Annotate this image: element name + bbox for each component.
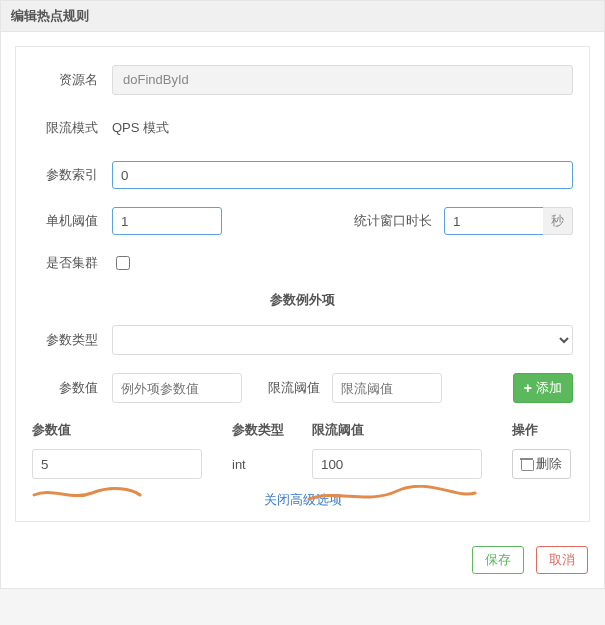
param-value-input[interactable]	[112, 373, 242, 403]
exceptions-table-header: 参数值 参数类型 限流阈值 操作	[32, 421, 573, 439]
col-header-type: 参数类型	[232, 421, 312, 439]
row-param-type: 参数类型	[32, 325, 573, 355]
delete-row-button[interactable]: 删除	[512, 449, 571, 479]
edit-hotspot-rule-modal: 编辑热点规则 资源名 doFindById 限流模式 QPS 模式 参数索引 单…	[0, 0, 605, 589]
row-param-index: 参数索引	[32, 161, 573, 189]
window-unit: 秒	[543, 207, 573, 235]
resource-name-field: doFindById	[112, 65, 573, 95]
save-button[interactable]: 保存	[472, 546, 524, 574]
label-param-value: 参数值	[32, 379, 112, 397]
mode-value: QPS 模式	[112, 113, 169, 143]
threshold-input[interactable]	[112, 207, 222, 235]
table-row: int 删除	[32, 449, 573, 479]
row-cluster: 是否集群	[32, 253, 573, 273]
col-header-limit: 限流阈值	[312, 421, 512, 439]
cluster-checkbox[interactable]	[116, 256, 130, 270]
delete-button-label: 删除	[536, 455, 562, 473]
plus-icon: +	[524, 380, 532, 396]
modal-body: 资源名 doFindById 限流模式 QPS 模式 参数索引 单机阈值 统计窗…	[15, 46, 590, 522]
label-cluster: 是否集群	[32, 254, 112, 272]
row-value-input[interactable]	[32, 449, 202, 479]
label-mode: 限流模式	[32, 119, 112, 137]
exceptions-section-title: 参数例外项	[32, 291, 573, 309]
row-resource: 资源名 doFindById	[32, 65, 573, 95]
add-exception-button[interactable]: + 添加	[513, 373, 573, 403]
window-input[interactable]	[444, 207, 544, 235]
label-limit-value: 限流阈值	[242, 379, 332, 397]
modal-footer: 保存 取消	[1, 536, 604, 588]
row-limit-input[interactable]	[312, 449, 482, 479]
row-mode: 限流模式 QPS 模式	[32, 113, 573, 143]
label-param-type: 参数类型	[32, 331, 112, 349]
add-button-label: 添加	[536, 379, 562, 397]
limit-value-input[interactable]	[332, 373, 442, 403]
col-header-ops: 操作	[512, 421, 573, 439]
label-window: 统计窗口时长	[222, 212, 444, 230]
row-type-value: int	[232, 457, 312, 472]
param-index-input[interactable]	[112, 161, 573, 189]
col-header-value: 参数值	[32, 421, 232, 439]
cancel-button[interactable]: 取消	[536, 546, 588, 574]
trash-icon	[521, 458, 532, 470]
label-param-index: 参数索引	[32, 166, 112, 184]
row-threshold-window: 单机阈值 统计窗口时长 秒	[32, 207, 573, 235]
label-threshold: 单机阈值	[32, 212, 112, 230]
modal-title: 编辑热点规则	[1, 1, 604, 32]
row-add-exception: 参数值 限流阈值 + 添加	[32, 373, 573, 403]
label-resource: 资源名	[32, 71, 112, 89]
param-type-select[interactable]	[112, 325, 573, 355]
